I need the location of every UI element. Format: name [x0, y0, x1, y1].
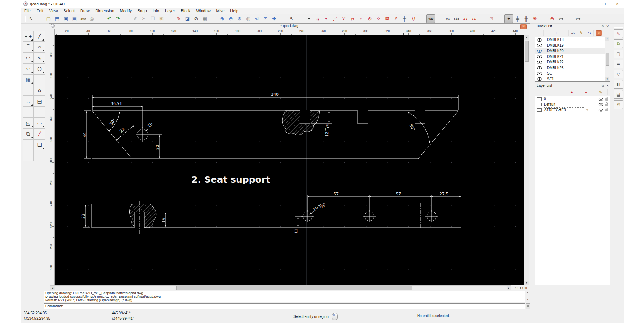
toolbar-button[interactable]: [35, 14, 44, 23]
snap-intersection-button[interactable]: ⊠: [383, 14, 391, 23]
block-list-item[interactable]: DMBLK19: [535, 43, 610, 48]
open-file-button[interactable]: ⬒: [53, 14, 62, 23]
rename-block-button[interactable]: ab: [569, 30, 577, 36]
layer-name[interactable]: Default: [544, 102, 555, 106]
visibility-eye-icon[interactable]: [537, 49, 542, 53]
menu-item[interactable]: Edit: [34, 8, 46, 14]
auto-zoom-button[interactable]: ⊛: [235, 14, 244, 23]
snap-reference-button[interactable]: ↗: [391, 14, 400, 23]
snap-distance-button[interactable]: ✧: [374, 14, 383, 23]
block-list-item[interactable]: DMBLK23: [535, 65, 610, 71]
edit-pen-button[interactable]: ✐: [131, 14, 140, 23]
block-list-scrollbar[interactable]: ▲ ▼: [605, 37, 610, 81]
edit-block-button[interactable]: ✎: [577, 30, 585, 36]
set-relative-zero-button[interactable]: ⊕: [548, 14, 556, 23]
grid-toggle-button[interactable]: ▦: [200, 14, 209, 23]
svg-export-button[interactable]: SVG: [79, 14, 88, 23]
layer-name[interactable]: 0: [544, 97, 546, 101]
selection-filter-panel-button[interactable]: ⧉: [614, 39, 623, 48]
palette-tool-button[interactable]: [34, 107, 45, 118]
remove-layer-button[interactable]: −: [579, 89, 593, 95]
scroll-up-icon[interactable]: ▲: [525, 291, 530, 293]
toolbar-button[interactable]: [279, 14, 287, 23]
menu-item[interactable]: Block: [178, 8, 194, 14]
document-close-button[interactable]: ✕: [520, 24, 527, 29]
polyline-tool[interactable]: ↩: [23, 63, 34, 74]
save-as-button[interactable]: ▣: [70, 14, 79, 23]
library-browser-panel-button[interactable]: ▤: [614, 90, 623, 99]
xline-tool[interactable]: ╱: [34, 128, 45, 139]
float-panel-icon[interactable]: ⧉: [602, 83, 604, 89]
layer-checkbox[interactable]: [537, 108, 542, 112]
block-scroll-thumb[interactable]: [606, 53, 609, 66]
circle-tool[interactable]: ○: [34, 42, 45, 52]
layer-name[interactable]: STRETCHER: [544, 107, 585, 112]
visibility-eye-icon[interactable]: [537, 38, 542, 42]
point-tool[interactable]: + +: [23, 31, 34, 42]
copy-button[interactable]: ❐: [148, 14, 157, 23]
pen-button[interactable]: ✎: [174, 14, 183, 23]
show-all-blocks-button[interactable]: [536, 30, 544, 36]
vertical-scroll-thumb[interactable]: [525, 41, 529, 62]
visibility-eye-icon[interactable]: [537, 77, 542, 81]
menu-item[interactable]: Misc: [213, 8, 228, 14]
command-history-scrollbar[interactable]: ▲▼: [525, 291, 530, 302]
modify-tool[interactable]: ◺: [23, 118, 34, 128]
palette-tool-button[interactable]: [23, 139, 34, 150]
scroll-down-button[interactable]: ▼: [524, 281, 529, 285]
layer-visibility-eye-icon[interactable]: [599, 102, 603, 106]
dock-toolbar-handle[interactable]: [614, 25, 623, 28]
selection-pointer-button[interactable]: ↖: [27, 14, 35, 23]
layer-list-item[interactable]: Default ✎: [535, 102, 610, 107]
menu-item[interactable]: Select: [60, 8, 77, 14]
palette-tool-button[interactable]: [23, 107, 34, 118]
image-tool[interactable]: ▤: [34, 96, 45, 107]
close-block-button[interactable]: ✕: [596, 30, 602, 36]
layer-lock-icon[interactable]: [605, 108, 608, 112]
toolbar-button[interactable]: [418, 14, 426, 23]
restrict-vertical-button[interactable]: ╫: [522, 14, 530, 23]
snap-grid-button[interactable]: ⣿: [313, 14, 322, 23]
snap-free-button[interactable]: +: [305, 14, 313, 23]
visibility-eye-icon[interactable]: [537, 60, 542, 64]
block-tool[interactable]: ⧉: [23, 128, 34, 139]
toolbar-button[interactable]: [539, 14, 548, 23]
visibility-eye-icon[interactable]: [537, 54, 542, 59]
menu-item[interactable]: Info: [150, 8, 162, 14]
hatch-tool[interactable]: ▨: [23, 74, 34, 85]
float-panel-icon[interactable]: ⧉: [602, 24, 604, 29]
clipboard-panel-button[interactable]: ⎘: [614, 100, 623, 109]
layer-lock-icon[interactable]: [605, 97, 608, 101]
absolute-coordinates-button[interactable]: .1 2: [461, 14, 470, 23]
print-button[interactable]: ⎙: [88, 14, 96, 23]
menu-item[interactable]: View: [46, 8, 61, 14]
vertical-scrollbar[interactable]: ▲ ▼: [524, 35, 529, 285]
relative-zero-key-button[interactable]: ⊶: [574, 14, 582, 23]
toolbar-button[interactable]: [166, 14, 174, 23]
restrict-angle-button[interactable]: ✳: [530, 14, 539, 23]
text-tool[interactable]: A: [34, 85, 45, 96]
palette-tool-button[interactable]: [23, 150, 34, 161]
toolbar-button[interactable]: [435, 14, 444, 23]
toolbar-button[interactable]: [496, 14, 504, 23]
auto-snap-button[interactable]: Auto: [426, 14, 435, 23]
paste-button[interactable]: ⎘: [157, 14, 166, 23]
block-list-item[interactable]: DMBLK21: [535, 54, 610, 60]
scroll-down-button[interactable]: ▼: [605, 77, 609, 81]
menu-item[interactable]: Help: [227, 8, 241, 14]
sidebar-panel-button[interactable]: ◧: [614, 80, 623, 89]
filter-panel-button[interactable]: ▽: [614, 70, 623, 78]
menu-item[interactable]: Layer: [162, 8, 178, 14]
horizontal-scrollbar[interactable]: ◀ ▶: [50, 285, 511, 290]
block-list-item[interactable]: DMBLK18: [535, 37, 610, 43]
menu-item[interactable]: Dimension: [93, 8, 117, 14]
restrict-orthogonal-button[interactable]: ┼: [400, 14, 409, 23]
block-list-item[interactable]: DMBLK20: [535, 48, 610, 54]
block-list-item[interactable]: DMBLK22: [535, 59, 610, 65]
zoom-one-to-one-button[interactable]: ◎: [244, 14, 253, 23]
maximize-button[interactable]: ❐: [598, 0, 611, 8]
scroll-left-button[interactable]: ◀: [50, 286, 55, 290]
layer-checkbox[interactable]: [537, 97, 542, 101]
arc-tool[interactable]: ⌒: [23, 42, 34, 52]
reference-point-button[interactable]: ⊡: [487, 14, 496, 23]
